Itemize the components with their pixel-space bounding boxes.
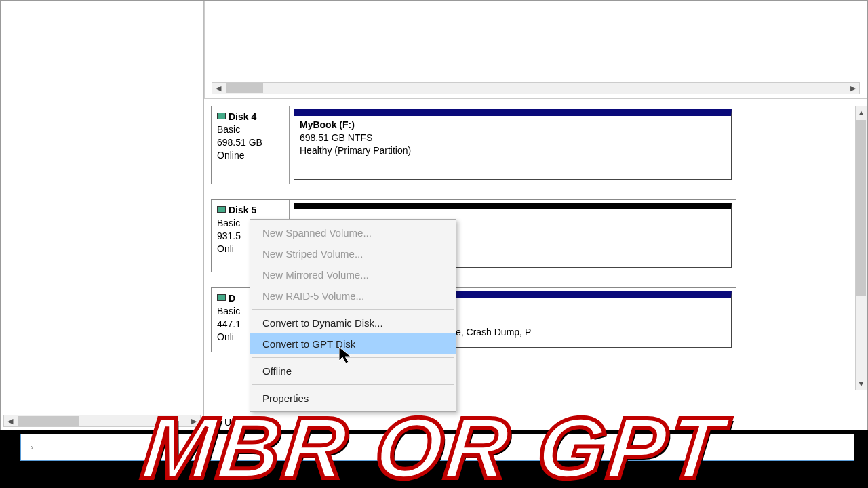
scroll-thumb[interactable] — [226, 83, 263, 93]
menu-item[interactable]: Convert to Dynamic Disk... — [250, 312, 456, 333]
volume-list-pane[interactable]: ◀ ▶ — [204, 1, 868, 99]
menu-separator — [252, 384, 454, 385]
menu-item: New Spanned Volume... — [250, 222, 456, 243]
disk-name: D — [229, 293, 235, 304]
disk-map-vscrollbar[interactable]: ▲ ▼ — [855, 106, 867, 390]
scroll-left-icon[interactable]: ◀ — [4, 417, 16, 426]
volume-status: Healthy (Primary Partition) — [300, 145, 411, 156]
scroll-down-icon[interactable]: ▼ — [856, 378, 867, 390]
legend-unallocated-label: U — [224, 417, 231, 428]
legend-unallocated-icon — [211, 418, 220, 427]
menu-separator — [252, 357, 454, 358]
volume-list-hscrollbar[interactable]: ◀ ▶ — [212, 82, 860, 94]
disk-status: Online — [217, 150, 244, 161]
disk-status: Onli — [217, 243, 234, 254]
scroll-thumb[interactable] — [18, 416, 79, 426]
disk-name: Disk 5 — [229, 205, 256, 216]
disk-context-menu[interactable]: New Spanned Volume...New Striped Volume.… — [250, 219, 456, 412]
menu-item[interactable]: Offline — [250, 361, 456, 382]
left-nav-hscrollbar[interactable]: ◀ ▶ — [3, 415, 201, 427]
chevron-right-icon: › — [31, 443, 33, 452]
scroll-left-icon[interactable]: ◀ — [212, 82, 224, 94]
explorer-address-bar[interactable]: › — [20, 434, 854, 461]
menu-item: New RAID-5 Volume... — [250, 285, 456, 306]
disk-icon — [217, 206, 226, 213]
disk-type: Basic — [217, 306, 240, 317]
scroll-thumb[interactable] — [856, 120, 866, 296]
disk-icon — [217, 113, 226, 119]
menu-item: New Striped Volume... — [250, 243, 456, 264]
disk-type: Basic — [217, 218, 240, 228]
scroll-up-icon[interactable]: ▲ — [856, 106, 867, 119]
scroll-right-icon[interactable]: ▶ — [188, 417, 200, 426]
disk-size: 447.1 — [217, 319, 241, 329]
left-nav-pane: ◀ ▶ — [1, 1, 204, 430]
disk-icon — [217, 294, 226, 301]
menu-item[interactable]: Convert to GPT Disk — [250, 333, 456, 354]
disk-size: 698.51 GB — [217, 137, 262, 148]
scroll-right-icon[interactable]: ▶ — [847, 82, 859, 94]
volume-name: MyBook (F:) — [300, 119, 355, 130]
volume-size-fs: 698.51 GB NTFS — [300, 132, 372, 143]
disk-type: Basic — [217, 124, 240, 135]
menu-item[interactable]: Properties — [250, 388, 456, 409]
disk-info[interactable]: Disk 4Basic698.51 GBOnline — [212, 106, 290, 184]
volume-wrap: MyBook (F:)698.51 GB NTFSHealthy (Primar… — [290, 106, 736, 184]
volume[interactable]: MyBook (F:)698.51 GB NTFSHealthy (Primar… — [294, 109, 732, 180]
disk-status: Onli — [217, 331, 234, 342]
legend-row: U — [211, 415, 862, 430]
disk-row[interactable]: Disk 4Basic698.51 GBOnlineMyBook (F:)698… — [211, 106, 736, 184]
disk-size: 931.5 — [217, 230, 241, 241]
menu-item: New Mirrored Volume... — [250, 264, 456, 285]
disk-name: Disk 4 — [229, 111, 256, 122]
menu-separator — [252, 309, 454, 310]
